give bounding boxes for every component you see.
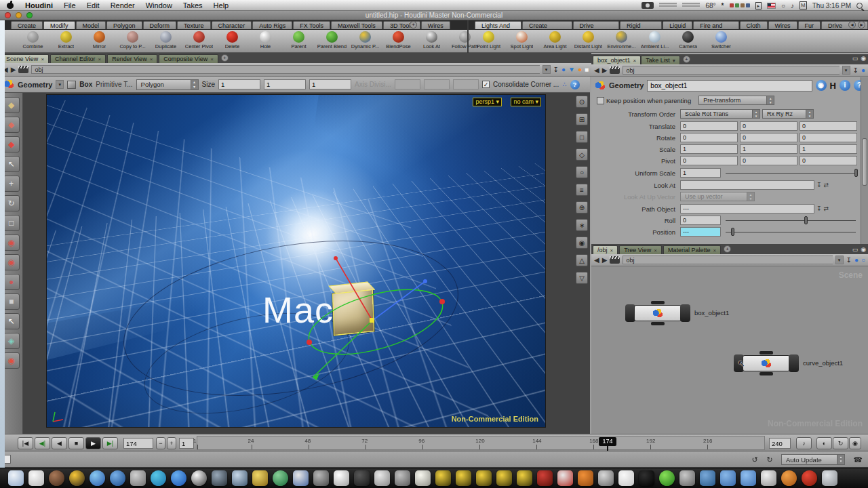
step-mode-button[interactable]: ◉ <box>849 437 861 449</box>
dock-app-icon[interactable] <box>456 470 471 486</box>
shelf-tool-button[interactable]: Distant Light <box>572 31 605 49</box>
dock-app-icon[interactable] <box>741 470 756 486</box>
pivot-z-input[interactable] <box>800 156 857 165</box>
shelf-tab[interactable]: Wires <box>768 21 797 29</box>
float-pane-icon[interactable]: ▭ <box>852 55 859 62</box>
shelf-tab[interactable]: Cloth <box>740 21 768 29</box>
viewport-tool-icon[interactable]: ■ <box>3 293 20 310</box>
context-dropdown-icon[interactable]: ▾ <box>56 80 64 89</box>
houdini-help-icon[interactable]: H <box>830 81 836 91</box>
link-sphere-icon[interactable]: ● <box>861 66 865 74</box>
weather-temperature[interactable]: 68° <box>705 2 715 9</box>
dock-app-icon[interactable] <box>618 470 634 486</box>
consolidate-checkbox[interactable]: ✓ <box>482 81 490 88</box>
dropdown-stepper-icon[interactable]: ▴▾ <box>806 110 813 118</box>
pane-tab[interactable]: Composite View × <box>159 54 218 63</box>
shelf-tool-button[interactable]: Parent <box>282 31 315 49</box>
position-slider[interactable] <box>723 227 859 237</box>
shelf-tab[interactable]: FX Tools <box>293 21 330 29</box>
path-object-input[interactable] <box>680 204 814 214</box>
dock-app-icon[interactable] <box>151 470 166 486</box>
pane-tab[interactable]: Tree View × <box>619 245 662 254</box>
shelf-tab[interactable]: Modify <box>43 21 75 29</box>
shelf-tab[interactable]: Fire and Sm... <box>693 21 738 29</box>
display-option-icon[interactable]: ▽ <box>576 272 588 284</box>
dock-app-icon[interactable] <box>639 470 654 486</box>
display-option-icon[interactable]: □ <box>576 131 588 143</box>
dock-app-icon[interactable] <box>395 470 410 486</box>
link-sphere-icon[interactable]: ● <box>561 66 566 73</box>
menubar-menu[interactable]: Render <box>111 1 135 9</box>
shelf-tool-button[interactable]: Hole <box>249 31 282 49</box>
viewport-tool-icon[interactable]: + <box>3 176 20 192</box>
node-chooser-icon[interactable]: ↧ <box>816 182 822 188</box>
timeline-ruler[interactable]: 124487296120144168192216 174 <box>197 436 765 450</box>
dock-app-icon[interactable] <box>212 470 227 486</box>
network-canvas[interactable]: Scene box_object1 <box>591 266 868 434</box>
dock-app-icon[interactable] <box>598 470 614 486</box>
add-pane-tab-button[interactable]: + <box>221 54 229 62</box>
viewport-tool-icon[interactable]: ↻ <box>3 195 20 211</box>
play-button[interactable]: ▶ <box>85 437 101 449</box>
viewport-tool-icon[interactable]: ◆ <box>3 136 20 152</box>
shelf-tab[interactable]: Texture <box>177 21 211 29</box>
dock-app-icon[interactable] <box>130 470 146 486</box>
op-help-icon[interactable]: ? <box>570 80 580 89</box>
filter-funnel-icon[interactable]: ▼ <box>568 66 575 73</box>
dock-app-icon[interactable] <box>761 470 776 486</box>
dock-app-icon[interactable] <box>435 470 451 486</box>
param-tab[interactable]: box_object1 × <box>593 56 641 64</box>
dock-app-icon[interactable] <box>110 470 125 486</box>
shelf-tool-button[interactable]: Dynamic P... <box>349 31 382 49</box>
size-y-input[interactable] <box>264 79 306 89</box>
pane-tab[interactable]: Scene View × <box>1 54 49 63</box>
pin-pane-icon[interactable]: ↧ <box>553 66 559 73</box>
shelf-tool-button[interactable]: Copy to P... <box>116 31 149 49</box>
display-option-icon[interactable]: △ <box>576 254 588 266</box>
search-icon[interactable]: ○ <box>861 256 865 264</box>
node-output-connector[interactable] <box>760 372 773 375</box>
shelf-tool-button[interactable]: Combine <box>16 31 50 49</box>
close-tab-icon[interactable]: × <box>98 56 102 62</box>
dock-app-icon[interactable] <box>252 470 268 486</box>
menubar-clock[interactable]: Thu 3:16 PM <box>812 2 851 9</box>
add-pane-tab-button[interactable]: + <box>683 56 690 63</box>
undo-icon[interactable]: ↺ <box>749 454 761 465</box>
dock-app-icon[interactable] <box>517 470 532 486</box>
shelf-tab[interactable]: Rigid Bodies <box>620 21 662 29</box>
recook-icon[interactable]: ↻ <box>764 454 776 465</box>
open-chooser-icon[interactable]: ⇄ <box>824 205 829 212</box>
shelf-tool-button[interactable]: Camera <box>671 31 705 49</box>
range-start-input[interactable] <box>179 438 194 449</box>
display-option-icon[interactable]: ∗ <box>576 219 588 231</box>
play-reverse-button[interactable]: ◀ <box>52 437 67 449</box>
network-context-icon[interactable] <box>610 256 620 264</box>
viewport-tool-icon[interactable]: ◆ <box>3 117 20 133</box>
shelf-tool-button[interactable]: Area Light <box>538 31 572 49</box>
menu-extras-icons[interactable] <box>730 3 750 7</box>
current-frame-marker[interactable]: 174 <box>599 437 616 446</box>
rotate-y-input[interactable] <box>740 133 797 142</box>
viewport-render[interactable]: Mac persp1 ▾ no cam ▾ Non-Commercial Edi… <box>46 94 546 428</box>
display-option-icon[interactable]: ◇ <box>576 148 588 161</box>
dock-app-icon[interactable] <box>679 470 695 486</box>
look-at-input[interactable] <box>680 180 814 190</box>
menubar-menu[interactable]: Takes <box>183 1 203 9</box>
shelf-tab[interactable]: Fur <box>798 21 821 29</box>
shelf-tab[interactable]: Drive Particles <box>573 21 620 29</box>
pane-tab[interactable]: /obj × <box>593 245 618 254</box>
nav-forward-icon[interactable]: ▶ <box>11 66 16 73</box>
pane-tab[interactable]: Material Palette × <box>663 245 721 254</box>
shelf-tool-button[interactable]: Parent Blend <box>315 31 349 49</box>
shelf-tab[interactable]: Polygon <box>106 21 142 29</box>
dock-app-icon[interactable] <box>700 470 715 486</box>
gear-icon[interactable]: * <box>722 2 724 9</box>
display-option-icon[interactable]: ⊕ <box>576 201 588 214</box>
roll-slider[interactable] <box>723 216 859 225</box>
dock-app-icon[interactable] <box>822 470 837 486</box>
window-titlebar[interactable]: untitled.hip - Houdini Master Non-Commer… <box>0 11 868 20</box>
viewport-tool-icon[interactable]: ◈ <box>3 333 20 349</box>
viewport-tool-icon[interactable]: ◉ <box>3 254 20 270</box>
path-input[interactable] <box>623 66 839 75</box>
nav-back-icon[interactable]: ◀ <box>594 66 599 74</box>
